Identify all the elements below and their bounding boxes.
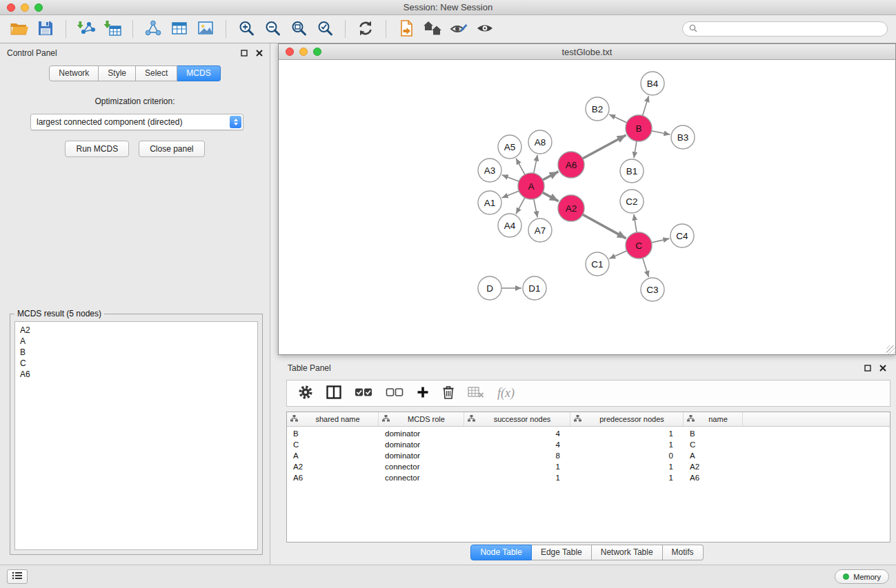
export-image-button[interactable] <box>193 16 218 42</box>
new-network-button[interactable] <box>141 16 166 42</box>
graph-node-B[interactable]: B <box>626 115 652 141</box>
graph-node-B4[interactable]: B4 <box>641 72 664 95</box>
graph-node-A6[interactable]: A6 <box>558 152 584 178</box>
table-cell: 1 <box>464 474 570 482</box>
column-header-empty <box>743 412 890 426</box>
tab-network[interactable]: Network <box>49 65 99 81</box>
graph-node-C1[interactable]: C1 <box>586 252 609 276</box>
memory-button[interactable]: Memory <box>835 569 889 584</box>
show-hide-view-button[interactable] <box>472 16 497 42</box>
refresh-view-button[interactable] <box>353 16 378 42</box>
table-row[interactable]: Bdominator41B <box>287 428 890 439</box>
graph-node-C2[interactable]: C2 <box>620 190 644 213</box>
table-row[interactable]: A2connector11A2 <box>287 461 890 472</box>
zoom-out-button[interactable] <box>260 16 285 42</box>
graph-node-B1[interactable]: B1 <box>620 159 644 183</box>
network-minimize-button[interactable] <box>299 48 308 56</box>
optimization-criterion-select[interactable]: largest connected component (directed) <box>30 114 243 130</box>
search-input[interactable] <box>701 24 881 34</box>
graph-node-A4[interactable]: A4 <box>498 214 521 237</box>
graph-node-A1[interactable]: A1 <box>478 191 501 214</box>
svg-text:A6: A6 <box>566 160 577 170</box>
graph-node-C4[interactable]: C4 <box>670 224 694 247</box>
graph-node-D[interactable]: D <box>478 276 501 300</box>
table-tab-node-table[interactable]: Node Table <box>470 545 532 560</box>
import-table-icon <box>103 20 121 39</box>
column-header-name[interactable]: name <box>684 412 743 426</box>
svg-text:B1: B1 <box>626 166 638 176</box>
add-column-button[interactable] <box>417 383 429 404</box>
resize-grip[interactable] <box>886 345 895 354</box>
table-tab-edge-table[interactable]: Edge Table <box>532 545 592 560</box>
graph-node-D1[interactable]: D1 <box>523 276 546 300</box>
minimize-window-button[interactable] <box>21 3 29 12</box>
network-icon <box>145 20 161 39</box>
function-builder-button[interactable]: f(x) <box>497 383 515 404</box>
network-canvas[interactable]: B4B2BB3A8A5A6A3B1AC2A1A2A4A7C4CC1DD1C3 <box>279 61 895 354</box>
table-row[interactable]: Cdominator41C <box>287 439 890 450</box>
table-settings-button[interactable] <box>298 383 313 404</box>
graph-node-A2[interactable]: A2 <box>558 195 584 221</box>
control-panel-header: Control Panel <box>0 43 270 63</box>
close-table-panel-icon[interactable] <box>879 365 886 372</box>
import-network-button[interactable] <box>74 16 99 42</box>
tab-style[interactable]: Style <box>99 65 136 81</box>
table-tab-network-table[interactable]: Network Table <box>592 545 663 560</box>
table-row[interactable]: A6connector11A6 <box>287 472 890 483</box>
mcds-result-item[interactable]: A6 <box>20 369 252 380</box>
home-button[interactable] <box>420 16 445 42</box>
column-header-shared-name[interactable]: shared name <box>287 412 379 426</box>
close-panel-icon[interactable] <box>256 50 263 57</box>
zoom-fit-button[interactable] <box>286 16 311 42</box>
table-cell: A2 <box>287 463 379 471</box>
mcds-result-item[interactable]: B <box>20 347 252 358</box>
close-window-button[interactable] <box>7 3 15 12</box>
mcds-result-item[interactable]: C <box>20 358 252 369</box>
toggle-graphics-details-button[interactable] <box>446 16 471 42</box>
tab-mcds[interactable]: MCDS <box>177 65 220 81</box>
open-session-button[interactable] <box>7 16 32 42</box>
mcds-result-item[interactable]: A <box>20 336 252 347</box>
delete-table-button[interactable] <box>468 383 484 404</box>
column-header-predecessor-nodes[interactable]: predecessor nodes <box>570 412 684 426</box>
mcds-result-list[interactable]: A2ABCA6 <box>14 321 258 550</box>
table-row[interactable]: Adominator80A <box>287 450 890 461</box>
network-close-button[interactable] <box>286 48 294 56</box>
open-network-from-url-button[interactable] <box>394 16 419 42</box>
document-arrow-icon <box>399 20 414 39</box>
column-visibility-button[interactable] <box>326 383 341 404</box>
deselect-all-button[interactable] <box>386 383 404 404</box>
close-panel-button[interactable]: Close panel <box>139 141 204 157</box>
new-table-button[interactable] <box>167 16 192 42</box>
graph-node-C[interactable]: C <box>626 232 652 258</box>
graph-node-B2[interactable]: B2 <box>586 97 609 121</box>
zoom-fit-icon <box>290 20 307 39</box>
tab-select[interactable]: Select <box>136 65 177 81</box>
save-session-button[interactable] <box>33 16 58 42</box>
search-box[interactable] <box>682 21 888 37</box>
column-header-successor-nodes[interactable]: successor nodes <box>464 412 570 426</box>
svg-text:A8: A8 <box>535 137 546 148</box>
task-history-button[interactable] <box>7 569 28 584</box>
graph-node-A7[interactable]: A7 <box>528 219 552 242</box>
float-panel-icon[interactable] <box>241 50 248 57</box>
graph-node-C3[interactable]: C3 <box>641 278 664 301</box>
graph-node-A3[interactable]: A3 <box>478 159 501 182</box>
zoom-window-button[interactable] <box>34 3 43 12</box>
import-table-button[interactable] <box>100 16 125 42</box>
graph-node-A[interactable]: A <box>518 173 544 199</box>
graph-node-A8[interactable]: A8 <box>528 130 552 154</box>
graph-node-A5[interactable]: A5 <box>498 135 521 159</box>
zoom-selected-button[interactable] <box>312 16 337 42</box>
delete-column-button[interactable] <box>442 383 455 404</box>
select-all-button[interactable] <box>355 383 372 404</box>
network-window-titlebar[interactable]: testGlobe.txt <box>279 44 895 60</box>
mcds-result-item[interactable]: A2 <box>20 325 252 336</box>
zoom-in-button[interactable] <box>234 16 259 42</box>
run-mcds-button[interactable]: Run MCDS <box>65 141 129 157</box>
float-table-panel-icon[interactable] <box>864 365 871 372</box>
column-header-MCDS-role[interactable]: MCDS role <box>379 412 464 426</box>
graph-node-B3[interactable]: B3 <box>671 125 695 149</box>
table-tab-motifs[interactable]: Motifs <box>663 545 704 560</box>
network-zoom-button[interactable] <box>313 48 321 56</box>
